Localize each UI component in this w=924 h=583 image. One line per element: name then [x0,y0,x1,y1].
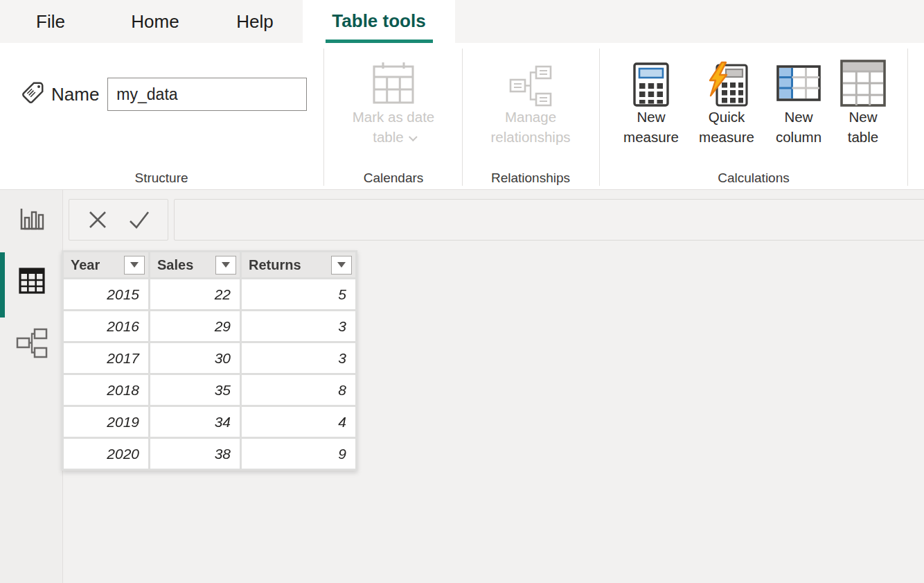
calculator-icon [633,54,669,107]
table-cell: 35 [150,375,240,405]
new-column-button[interactable]: New column [765,54,832,165]
table-row: 2020389 [64,439,355,469]
group-separator [907,49,908,186]
new-measure-label-2: measure [623,127,679,147]
group-label-relationships: Relationships [468,171,593,186]
table-row: 2018358 [64,375,355,405]
table-row: 2016293 [64,311,355,341]
table-name-input[interactable] [107,78,307,111]
table-cell: 2019 [64,407,148,437]
quick-measure-label-1: Quick [709,107,745,127]
calendar-icon [371,54,416,107]
menu-help[interactable]: Help [229,0,281,43]
filter-dropdown-button[interactable] [331,256,352,275]
column-header-label: Sales [157,257,193,273]
quick-measure-label-2: measure [699,127,754,147]
new-column-label-2: column [776,127,821,147]
table-icon [840,54,886,107]
table-cell: 9 [242,439,355,469]
commit-button[interactable] [127,208,151,232]
new-measure-button[interactable]: New measure [614,54,688,165]
table-cell: 2015 [64,279,148,309]
tag-icon [19,79,46,110]
sidebar-item-model-view[interactable] [0,316,63,373]
filter-dropdown-button[interactable] [124,256,145,275]
relationships-icon [508,54,553,107]
new-column-label-1: New [784,107,812,127]
sidebar-item-data-view[interactable] [0,254,63,311]
model-view-icon [15,328,48,361]
filter-dropdown-button[interactable] [215,256,236,275]
group-label-calendars: Calendars [345,171,442,186]
group-label-calculations: Calculations [684,171,823,186]
mark-as-date-table-label-2: table [373,129,403,145]
filter-caret-icon [130,262,139,268]
table-cell: 22 [150,279,240,309]
quick-measure-button[interactable]: Quick measure [689,54,764,165]
group-separator [599,49,600,186]
new-table-label-2: table [848,127,878,147]
data-grid: YearSalesReturns 20152252016293201730320… [62,250,357,471]
table-body: 2015225201629320173032018358201934420203… [64,279,355,469]
view-switcher-sidebar [0,190,63,583]
filter-caret-icon [337,262,346,268]
table-cell: 38 [150,439,240,469]
sidebar-item-report-view[interactable] [0,193,63,250]
table-column-icon [776,54,821,107]
lightning-calculator-icon [705,54,748,107]
menu-home[interactable]: Home [123,0,187,43]
column-header-returns[interactable]: Returns [242,252,355,277]
table-cell: 3 [242,311,355,341]
table-cell: 2018 [64,375,148,405]
column-header-label: Returns [249,257,301,273]
menu-file[interactable]: File [26,0,75,43]
filter-caret-icon [222,262,230,268]
group-label-structure: Structure [92,171,231,186]
formula-input[interactable] [174,199,924,241]
table-cell: 29 [150,311,240,341]
mark-as-date-table-label-1: Mark as date [353,107,435,127]
manage-relationships-label-2: relationships [490,127,570,147]
column-header-label: Year [71,257,100,273]
chevron-down-icon [409,132,418,141]
table-cell: 8 [242,375,355,405]
manage-relationships-button[interactable]: Manage relationships [472,54,589,165]
table-name-row: Name [19,76,307,112]
table-cell: 2020 [64,439,148,469]
table-cell: 2017 [64,343,148,373]
tab-table-tools[interactable]: Table tools [303,0,455,43]
data-view-icon [18,266,46,298]
table-cell: 34 [150,407,240,437]
new-table-label-1: New [849,107,877,127]
tab-table-tools-label: Table tools [332,10,425,31]
column-header-year[interactable]: Year [64,252,148,277]
table-cell: 3 [242,343,355,373]
close-icon [87,209,108,230]
new-measure-label-1: New [637,107,665,127]
table-cell: 5 [242,279,355,309]
table-cell: 2016 [64,311,148,341]
table-row: 2017303 [64,343,355,373]
table-header-row: YearSalesReturns [64,252,355,277]
mark-as-date-table-button[interactable]: Mark as date table [344,54,443,165]
group-separator [462,49,463,186]
manage-relationships-label-1: Manage [505,107,556,127]
table-cell: 30 [150,343,240,373]
report-view-icon [19,207,45,236]
ribbon: Name Structure Mark as date table Calend… [0,43,924,190]
table-cell: 4 [242,407,355,437]
group-separator [323,49,324,186]
column-header-sales[interactable]: Sales [150,252,240,277]
cancel-button[interactable] [86,208,109,232]
table-row: 2015225 [64,279,355,309]
name-label: Name [51,84,99,105]
table-row: 2019344 [64,407,355,437]
menubar: File Home Help Table tools [0,0,924,43]
formula-bar-buttons [69,199,168,241]
checkmark-icon [128,209,150,230]
new-table-button[interactable]: New table [831,54,895,165]
